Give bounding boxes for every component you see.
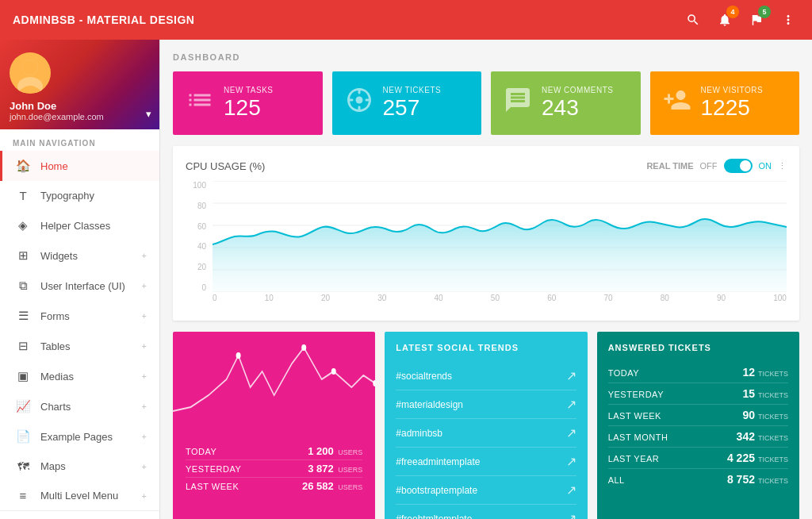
nav-arrow-icon: + [142, 311, 147, 321]
mini-chart-svg [173, 332, 375, 435]
sidebar-item-user-interface--ui-[interactable]: ⧉ User Interface (UI) + [0, 271, 159, 301]
ticket-unit: TICKETS [758, 477, 788, 485]
x-axis-labels: 0102030405060708090100 [213, 294, 787, 308]
stat-card-value: 243 [542, 94, 628, 121]
nav-label: Tables [40, 340, 71, 352]
trend-item[interactable]: #freeadmintemplate ↗ [396, 448, 576, 476]
ticket-unit: TICKETS [758, 391, 788, 399]
sidebar-item-typography[interactable]: T Typography [0, 181, 159, 210]
user-email: john.doe@example.com [10, 112, 150, 121]
stat-card-label: NEW TASKS [224, 86, 310, 94]
cpu-chart-area: 100806040200 [186, 181, 787, 308]
more-button[interactable] [777, 9, 799, 31]
notifications-button[interactable]: 4 [714, 9, 736, 31]
ticket-row: YESTERDAY 15 TICKETS [608, 383, 788, 405]
sidebar-item-medias[interactable]: ▣ Medias + [0, 361, 159, 391]
mini-stat-row: TODAY 1 200 USERS [186, 443, 362, 460]
stat-card-icon [504, 86, 532, 121]
sidebar-item-maps[interactable]: 🗺 Maps + [0, 452, 159, 481]
x-label: 100 [773, 294, 787, 308]
stat-card-label: NEW COMMENTS [542, 86, 628, 94]
trend-item[interactable]: #adminbsb ↗ [396, 419, 576, 448]
nav-icon: 🏠 [15, 159, 31, 173]
nav-arrow-icon: + [142, 462, 147, 471]
user-dropdown-button[interactable]: ▾ [146, 108, 151, 120]
y-label: 20 [197, 263, 206, 271]
mini-stat-value-group: 26 582 USERS [302, 480, 362, 492]
sidebar-footer: © 2016 AdminBSB - Material Design. Versi… [0, 510, 159, 519]
mini-stat-unit: USERS [338, 448, 362, 456]
ticket-value-group: 8 752 TICKETS [727, 473, 788, 486]
mini-stat-row: LAST WEEK 26 582 USERS [186, 478, 362, 494]
nav-icon: ≡ [15, 489, 31, 502]
nav-arrow-icon: + [142, 251, 147, 260]
realtime-toggle[interactable] [724, 159, 753, 173]
nav-section-label: MAIN NAVIGATION [0, 129, 159, 151]
mini-stat-value-group: 3 872 USERS [308, 463, 362, 475]
trend-hashtag: #materialdesign [396, 399, 463, 410]
ticket-label: YESTERDAY [608, 390, 664, 399]
sidebar-item-helper-classes[interactable]: ◈ Helper Classes [0, 210, 159, 240]
sidebar-item-home[interactable]: 🏠 Home [0, 151, 159, 181]
sidebar-user-panel: John Doe john.doe@example.com ▾ [0, 40, 159, 129]
ticket-row: LAST MONTH 342 TICKETS [608, 426, 788, 448]
sidebar-item-tables[interactable]: ⊟ Tables + [0, 331, 159, 361]
chart-title: CPU USAGE (%) [186, 160, 265, 172]
x-label: 80 [661, 294, 669, 308]
trend-item[interactable]: #socialtrends ↗ [396, 362, 576, 390]
nav-icon: 📈 [15, 399, 31, 413]
search-button[interactable] [682, 9, 704, 31]
ticket-value: 4 225 [727, 452, 755, 464]
ticket-value: 342 [737, 430, 755, 443]
nav-arrow-icon: + [142, 432, 147, 441]
sidebar-item-multi-level-menu[interactable]: ≡ Multi Level Menu + [0, 481, 159, 510]
stat-card-info: NEW TASKS 125 [224, 86, 310, 121]
ticket-row: LAST YEAR 4 225 TICKETS [608, 448, 788, 469]
trend-arrow-icon: ↗ [566, 425, 576, 440]
stat-card-icon [663, 86, 691, 121]
stat-card-value: 257 [383, 94, 469, 121]
sidebar-item-charts[interactable]: 📈 Charts + [0, 391, 159, 421]
mini-stat-value: 3 872 [308, 463, 334, 475]
flag-badge: 5 [758, 6, 771, 18]
nav-label: Home [40, 160, 68, 172]
y-label: 60 [197, 222, 206, 231]
stat-card-icon [345, 86, 373, 121]
ticket-row: ALL 8 752 TICKETS [608, 469, 788, 490]
trend-hashtag: #bootstraptemplate [396, 485, 477, 496]
ticket-label: LAST WEEK [608, 411, 661, 421]
x-label: 10 [265, 294, 274, 308]
ticket-value: 90 [742, 409, 755, 421]
ticket-value-group: 342 TICKETS [737, 430, 788, 443]
nav-label: Medias [40, 371, 74, 383]
stat-card-icon [186, 86, 214, 121]
nav-icon: ⊟ [15, 339, 31, 353]
trend-arrow-icon: ↗ [566, 397, 576, 412]
trend-item[interactable]: #bootstraptemplate ↗ [396, 476, 576, 505]
chart-more-icon[interactable]: ⋮ [778, 161, 787, 171]
chart-header: CPU USAGE (%) REAL TIME OFF ON ⋮ [186, 159, 787, 173]
trend-item[interactable]: #materialdesign ↗ [396, 390, 576, 419]
trend-arrow-icon: ↗ [566, 511, 576, 519]
svg-point-13 [331, 368, 336, 375]
ticket-unit: TICKETS [758, 456, 788, 463]
y-axis-labels: 100806040200 [186, 181, 209, 292]
trend-arrow-icon: ↗ [566, 368, 576, 383]
trend-arrow-icon: ↗ [566, 482, 576, 498]
nav-icon: ☰ [15, 309, 31, 323]
y-label: 100 [193, 181, 206, 190]
stat-card-info: NEW COMMENTS 243 [542, 86, 628, 121]
flag-button[interactable]: 5 [745, 9, 768, 31]
sidebar-item-example-pages[interactable]: 📄 Example Pages + [0, 421, 159, 452]
sidebar-item-widgets[interactable]: ⊞ Widgets + [0, 240, 159, 271]
nav-arrow-icon: + [142, 491, 147, 501]
nav-label: Helper Classes [40, 220, 110, 232]
trend-item[interactable]: #freehtmltemplate ↗ [396, 505, 576, 519]
ticket-value-group: 4 225 TICKETS [727, 452, 788, 464]
sidebar-item-forms[interactable]: ☰ Forms + [0, 301, 159, 331]
mini-chart-panel: TODAY 1 200 USERS YESTERDAY 3 872 USERS … [173, 332, 375, 519]
ticket-value: 15 [742, 387, 755, 400]
nav-label: Multi Level Menu [40, 490, 118, 502]
x-label: 90 [717, 294, 726, 308]
mini-stat-row: YESTERDAY 3 872 USERS [186, 460, 362, 478]
